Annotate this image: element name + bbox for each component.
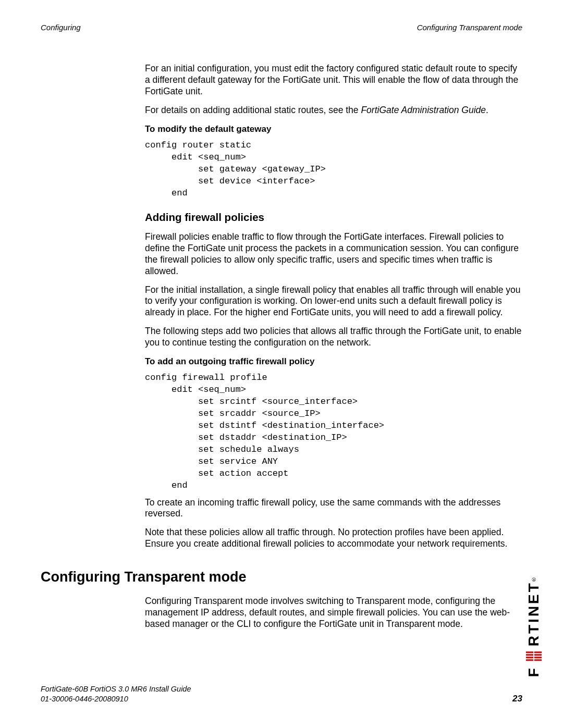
logo-text-part2: RTINET bbox=[525, 581, 542, 646]
header-left: Configuring bbox=[41, 23, 81, 32]
firewall-sub-heading: To add an outgoing traffic firewall poli… bbox=[145, 356, 522, 367]
firewall-code-block: config firewall profile edit <seq_num> s… bbox=[145, 372, 522, 491]
fortinet-logo: F RTINET ® bbox=[525, 575, 542, 677]
transparent-section-title: Configuring Transparent mode bbox=[41, 569, 522, 586]
transparent-paragraph-1: Configuring Transparent mode involves sw… bbox=[145, 596, 522, 630]
intro-p2-text-a: For details on adding additional static … bbox=[145, 105, 361, 115]
footer-left: FortiGate-60B FortiOS 3.0 MR6 Install Gu… bbox=[41, 684, 191, 704]
gateway-code-block: config router static edit <seq_num> set … bbox=[145, 140, 522, 200]
header-right: Configuring Transparent mode bbox=[417, 23, 522, 32]
page-number: 23 bbox=[512, 694, 522, 704]
footer-guide-title: FortiGate-60B FortiOS 3.0 MR6 Install Gu… bbox=[41, 684, 191, 694]
intro-p2-text-c: . bbox=[486, 105, 488, 115]
firewall-paragraph-5: Note that these policies allow all traff… bbox=[145, 527, 522, 550]
intro-p2-citation: FortiGate Administration Guide bbox=[361, 105, 486, 115]
firewall-paragraph-4: To create an incoming traffic firewall p… bbox=[145, 497, 522, 520]
firewall-paragraph-3: The following steps add two policies tha… bbox=[145, 326, 522, 349]
intro-paragraph-1: For an initial configuration, you must e… bbox=[145, 63, 522, 97]
main-content: For an initial configuration, you must e… bbox=[145, 63, 522, 630]
logo-text-part1: F bbox=[525, 666, 542, 677]
page-footer: FortiGate-60B FortiOS 3.0 MR6 Install Gu… bbox=[41, 684, 522, 704]
gateway-heading: To modify the default gateway bbox=[145, 124, 522, 134]
intro-paragraph-2: For details on adding additional static … bbox=[145, 105, 522, 116]
firewall-paragraph-1: Firewall policies enable traffic to flow… bbox=[145, 231, 522, 277]
logo-grid-icon bbox=[526, 651, 542, 661]
firewall-section-title: Adding firewall policies bbox=[145, 211, 522, 224]
trademark-symbol: ® bbox=[531, 576, 537, 582]
page-header: Configuring Configuring Transparent mode bbox=[41, 23, 522, 32]
firewall-paragraph-2: For the initial installation, a single f… bbox=[145, 285, 522, 319]
footer-doc-id: 01-30006-0446-20080910 bbox=[41, 694, 191, 704]
